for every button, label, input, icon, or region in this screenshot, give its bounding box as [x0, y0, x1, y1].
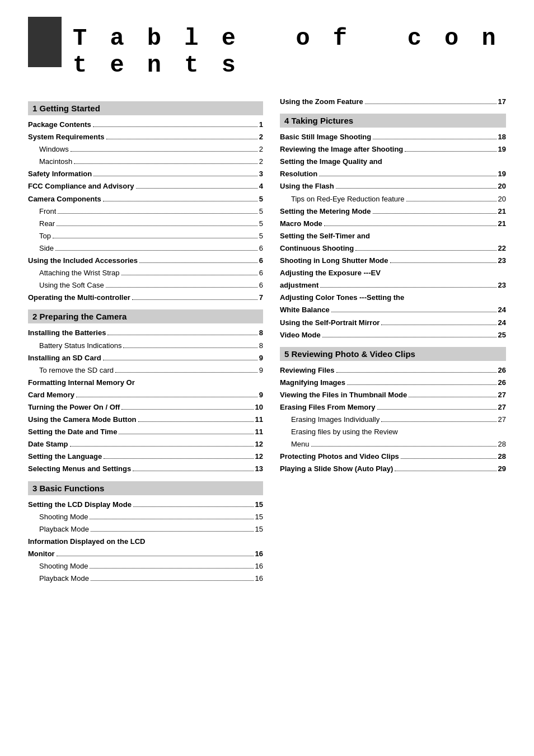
section-header: 5 Reviewing Photo & Video Clips	[280, 347, 506, 361]
toc-line: Using the Flash20	[280, 180, 506, 192]
toc-entry-text: Using the Flash	[280, 180, 334, 192]
toc-entry-text: Card Memory	[28, 389, 74, 401]
dot-leader	[106, 139, 257, 139]
page-number: 5	[259, 230, 263, 242]
dot-leader	[53, 238, 257, 238]
dot-leader	[133, 506, 254, 507]
dot-leader	[138, 421, 254, 422]
left-column: 1 Getting StartedPackage Contents1System…	[28, 96, 263, 585]
page-number: 7	[259, 292, 263, 304]
page-number: 20	[498, 193, 506, 205]
toc-entry-text: Erasing Images Individually	[291, 414, 380, 426]
page-number: 5	[259, 218, 263, 230]
toc-entry-text: Front	[39, 205, 56, 218]
toc-entry-text: FCC Compliance and Advisory	[28, 180, 134, 192]
toc-entry-text: Safety Information	[28, 168, 92, 180]
toc-line: Attaching the Wrist Strap6	[28, 267, 263, 279]
page-number: 2	[259, 131, 263, 143]
dot-leader	[76, 397, 257, 397]
page-number: 6	[259, 242, 263, 255]
dot-leader	[107, 335, 257, 335]
toc-line: Protecting Photos and Video Clips28	[280, 450, 506, 463]
page-number: 5	[259, 205, 263, 218]
page-number: 11	[255, 426, 263, 438]
toc-line: FCC Compliance and Advisory4	[28, 180, 263, 192]
toc-entry-text: Battery Status Indications	[39, 340, 121, 352]
toc-line: Setting the Language12	[28, 450, 263, 463]
dot-leader	[319, 176, 496, 176]
dot-leader	[320, 287, 496, 288]
dot-leader	[365, 104, 496, 104]
toc-entry-text: Shooting Mode	[39, 511, 88, 523]
toc-multiline-label: Setting the Image Quality and	[280, 156, 506, 168]
toc-line: Turning the Power On / Off10	[28, 401, 263, 414]
toc-entry-text: Using the Self-Portrait Mirror	[280, 317, 380, 329]
dot-leader	[71, 151, 257, 152]
dot-leader	[390, 262, 496, 263]
dot-leader	[336, 188, 496, 189]
page-number: 27	[498, 414, 506, 426]
toc-line: Monitor16	[28, 548, 263, 560]
dot-leader	[104, 458, 253, 459]
dot-leader	[401, 458, 496, 459]
toc-entry-text: Turning the Power On / Off	[28, 401, 120, 414]
dot-leader	[373, 213, 496, 214]
dot-leader	[123, 348, 257, 348]
page-number: 1	[259, 119, 263, 131]
toc-line: Setting the Date and Time11	[28, 426, 263, 438]
page-title: T a b l e o f c o n t e n t s	[62, 17, 506, 79]
page: T a b l e o f c o n t e n t s 1 Getting …	[0, 0, 534, 756]
toc-entry-text: To remove the SD card	[39, 364, 114, 377]
toc-entry-text: Monitor	[28, 548, 55, 560]
page-number: 27	[498, 401, 506, 414]
toc-entry-text: Camera Components	[28, 193, 101, 205]
dot-leader	[57, 226, 257, 226]
toc-line: Safety Information3	[28, 168, 263, 180]
toc-line: Package Contents1	[28, 119, 263, 131]
dot-leader	[139, 262, 257, 263]
dot-leader	[381, 421, 496, 422]
toc-line: To remove the SD card9	[28, 364, 263, 377]
toc-entry-text: Setting the Metering Mode	[280, 205, 371, 218]
toc-line: Battery Status Indications8	[28, 340, 263, 352]
page-number: 23	[498, 255, 506, 267]
toc-line: Continuous Shooting22	[280, 242, 506, 255]
dot-leader	[381, 325, 496, 325]
toc-entry-text: Playback Mode	[39, 572, 89, 585]
toc-entry-text: Installing the Batteries	[28, 327, 106, 339]
toc-line: Shooting in Long Shutter Mode23	[280, 255, 506, 267]
page-number: 2	[259, 143, 263, 156]
toc-line: Macintosh2	[28, 156, 263, 168]
toc-entry-text: White Balance	[280, 304, 330, 316]
title-area: T a b l e o f c o n t e n t s	[28, 17, 506, 79]
page-number: 11	[255, 414, 263, 426]
toc-line: Menu28	[280, 438, 506, 450]
page-number: 6	[259, 279, 263, 292]
page-number: 18	[498, 131, 506, 143]
toc-entry-text: System Requirements	[28, 131, 105, 143]
toc-line: Rear5	[28, 218, 263, 230]
page-number: 29	[498, 463, 506, 475]
page-number: 26	[498, 364, 506, 377]
dot-leader	[119, 434, 253, 434]
dot-leader	[58, 213, 257, 214]
page-number: 12	[255, 438, 263, 450]
content-columns: 1 Getting StartedPackage Contents1System…	[28, 96, 506, 585]
page-number: 16	[255, 548, 263, 560]
dot-leader	[355, 250, 496, 251]
toc-multiline-sub-label: Erasing files by using the Review	[280, 426, 506, 438]
dot-leader	[57, 556, 254, 556]
page-number: 6	[259, 267, 263, 279]
dot-leader	[336, 372, 496, 373]
dot-leader	[103, 201, 257, 201]
toc-multiline-label: Adjusting Color Tones ---Setting the	[280, 292, 506, 304]
dot-leader	[405, 151, 496, 152]
toc-line: Windows2	[28, 143, 263, 156]
dot-leader	[409, 397, 496, 397]
toc-entry-text: Reviewing Files	[280, 364, 335, 377]
dot-leader	[373, 139, 496, 139]
toc-entry-text: Resolution	[280, 168, 317, 180]
dot-leader	[90, 519, 253, 519]
toc-entry-text: Top	[39, 230, 51, 242]
toc-entry-text: Rear	[39, 218, 55, 230]
